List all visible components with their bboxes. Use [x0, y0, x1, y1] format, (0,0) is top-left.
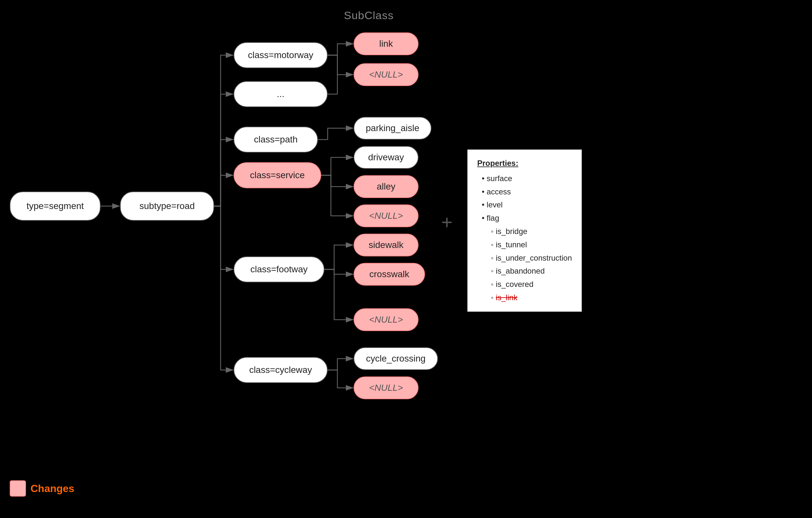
prop-is-under-construction: is_under_construction: [486, 251, 572, 265]
subclass-label: SubClass: [344, 9, 394, 22]
prop-is-link: is_link: [486, 291, 572, 304]
prop-is-tunnel: is_tunnel: [486, 238, 572, 251]
node-class-ellipsis: ...: [234, 81, 328, 107]
node-sidewalk: sidewalk: [354, 234, 418, 256]
properties-list: surface access level flag: [477, 172, 572, 225]
prop-surface: surface: [477, 172, 572, 185]
node-class-cycleway: class=cycleway: [234, 357, 328, 383]
node-null-cycleway: <NULL>: [354, 377, 418, 399]
node-class-service: class=service: [234, 162, 321, 188]
flag-subitems-list: is_bridge is_tunnel is_under_constructio…: [477, 225, 572, 304]
node-null-motorway: <NULL>: [354, 63, 418, 86]
node-driveway: driveway: [354, 146, 418, 169]
node-type-segment: type=segment: [10, 191, 100, 221]
properties-box: Properties: surface access level flag is…: [467, 149, 582, 312]
prop-flag: flag: [477, 212, 572, 225]
legend-box: [10, 480, 26, 497]
node-crosswalk: crosswalk: [354, 263, 425, 285]
legend-label: Changes: [30, 483, 74, 495]
node-class-motorway: class=motorway: [234, 42, 328, 68]
prop-is-abandoned: is_abandoned: [486, 265, 572, 278]
node-class-path: class=path: [234, 127, 318, 153]
node-parking-aisle: parking_aisle: [354, 117, 432, 140]
plus-sign: +: [441, 211, 453, 234]
prop-is-covered: is_covered: [486, 278, 572, 291]
node-null-footway: <NULL>: [354, 308, 418, 331]
node-null-service: <NULL>: [354, 205, 418, 227]
prop-level: level: [477, 198, 572, 212]
prop-is-bridge: is_bridge: [486, 225, 572, 238]
node-subtype-road: subtype=road: [120, 191, 214, 221]
prop-access: access: [477, 185, 572, 199]
properties-title: Properties:: [477, 157, 572, 170]
prop-is-link-text: is_link: [496, 293, 517, 302]
node-link: link: [354, 32, 418, 55]
node-alley: alley: [354, 175, 418, 198]
legend: Changes: [10, 480, 74, 497]
diagram-container: SubClass: [0, 0, 812, 518]
node-class-footway: class=footway: [234, 256, 324, 282]
node-cycle-crossing: cycle_crossing: [354, 347, 438, 370]
